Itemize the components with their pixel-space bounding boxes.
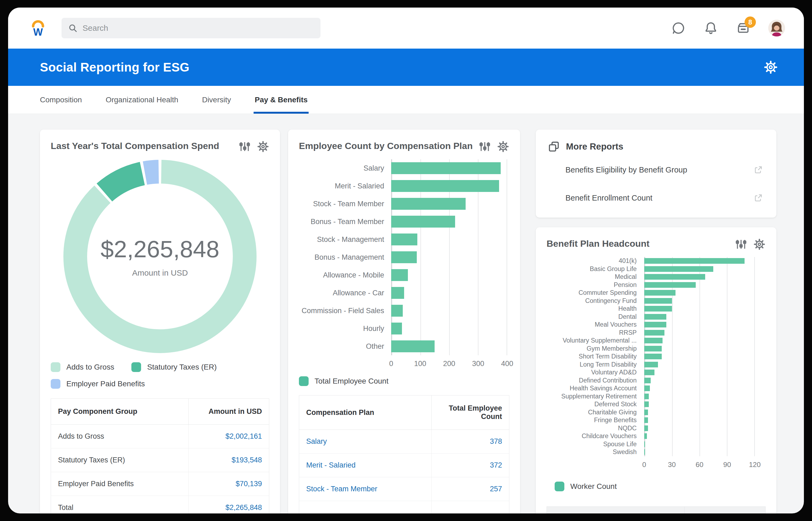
table-cell[interactable]: $2,002,161 — [188, 425, 269, 448]
bar — [391, 162, 501, 174]
page-title: Social Reporting for ESG — [40, 60, 189, 74]
top-bar: W Search — [8, 7, 804, 49]
avatar[interactable] — [768, 20, 785, 37]
bar — [644, 449, 645, 455]
table-cell[interactable]: 378 — [431, 430, 509, 454]
inbox-badge: 8 — [744, 17, 756, 28]
bar-row: Commuter Spending — [547, 289, 766, 297]
category-label: NQDC — [547, 425, 637, 432]
bar-row: Meal Vouchers — [547, 321, 766, 329]
tab-organizational-health[interactable]: Organizational Health — [106, 86, 178, 114]
search-input[interactable]: Search — [62, 18, 320, 38]
benefit-headcount-bar-chart: 401(k)Basic Group LifeMedicalPensionComm… — [547, 257, 766, 469]
legend-item: Employer Paid Benefits — [51, 379, 145, 389]
table-row: Salary378 — [299, 430, 509, 454]
table-cell[interactable]: 372 — [431, 454, 509, 477]
bar-row: Gym Membership — [547, 345, 766, 353]
bar-track — [644, 338, 755, 343]
legend-item: Adds to Gross — [51, 362, 114, 372]
bar-track — [391, 269, 507, 281]
bar-track — [644, 282, 755, 288]
report-link-benefits-eligibility[interactable]: Benefits Eligibility by Benefit Group — [566, 165, 763, 174]
filter-sliders-icon[interactable] — [479, 140, 491, 153]
table-header-cell: Compensation Plan — [299, 395, 432, 430]
category-label: Bonus - Management — [299, 253, 384, 261]
svg-text:W: W — [33, 26, 43, 37]
report-link-label: Benefits Eligibility by Benefit Group — [566, 165, 687, 174]
category-label: Contingency Fund — [547, 297, 637, 304]
bar-row: Voluntary AD&D — [547, 368, 766, 377]
chat-icon[interactable] — [671, 21, 686, 36]
category-label: Charitable Giving — [547, 409, 637, 416]
legend-label: Total Employee Count — [314, 377, 388, 385]
table-row: Stock - Team Member257 — [299, 477, 509, 501]
chart-bars: 401(k)Basic Group LifeMedicalPensionComm… — [547, 257, 766, 456]
data-table — [547, 506, 766, 514]
table-cell[interactable]: Stock - Team Member — [299, 477, 432, 501]
legend-item: Total Employee Count — [299, 376, 388, 386]
table-cell[interactable]: 257 — [431, 477, 509, 501]
bar-row: Merit - Salaried — [299, 177, 509, 195]
legend-item: Worker Count — [555, 482, 617, 491]
card-header: Employee Count by Compensation Plan — [299, 140, 509, 153]
table-cell[interactable]: Salary — [299, 430, 432, 454]
chart-legend: Adds to GrossStatutory Taxes (ER)Employe… — [51, 362, 269, 389]
table-cell[interactable]: $2,265,848 — [188, 496, 269, 514]
legend-swatch — [555, 482, 564, 491]
bar-track — [644, 322, 755, 327]
notifications-bell-icon[interactable] — [703, 21, 718, 36]
bar-track — [391, 162, 507, 174]
table-row — [299, 501, 509, 514]
bar — [644, 346, 662, 352]
tab-pay-and-benefits[interactable]: Pay & Benefits — [255, 86, 308, 114]
table-row: Statutory Taxes (ER)$193,548 — [51, 448, 269, 472]
bar-track — [644, 258, 755, 264]
category-label: RRSP — [547, 329, 637, 336]
bar-track — [644, 314, 755, 320]
table-cell[interactable]: Merit - Salaried — [299, 454, 432, 477]
tab-diversity[interactable]: Diversity — [202, 86, 231, 114]
tab-composition[interactable]: Composition — [40, 86, 82, 114]
bar-row: Supplementary Retirement — [547, 392, 766, 401]
filter-sliders-icon[interactable] — [238, 140, 251, 153]
bar — [644, 402, 649, 407]
category-label: Short Term Disability — [547, 353, 637, 360]
category-label: Gym Membership — [547, 345, 637, 352]
card-settings-gear-icon[interactable] — [497, 140, 509, 153]
benefit-headcount-table — [547, 506, 766, 514]
workday-logo-icon[interactable]: W — [29, 19, 47, 37]
bar-row: Commission - Field Sales — [299, 302, 509, 320]
table-cell[interactable]: $70,139 — [188, 472, 269, 496]
card-settings-gear-icon[interactable] — [753, 238, 766, 250]
app-window: W Search — [8, 7, 804, 514]
category-label: Defined Contribution — [547, 377, 637, 384]
bar-row: Hourly — [299, 320, 509, 337]
bar-row: RRSP — [547, 329, 766, 337]
card-title: Benefit Plan Headcount — [547, 238, 650, 249]
table-header-cell: Total Employee Count — [431, 395, 509, 430]
category-label: Dental — [547, 313, 637, 320]
bar-row: Dental — [547, 313, 766, 321]
bar-track — [644, 274, 755, 280]
table-cell[interactable]: $193,548 — [188, 448, 269, 472]
donut-chart-area: $2,265,848 Amount in USD — [51, 160, 269, 353]
axis-tick: 200 — [443, 360, 455, 368]
bar-track — [644, 362, 755, 367]
donut-center-value: $2,265,848 — [101, 235, 219, 263]
page-header: Social Reporting for ESG — [8, 49, 804, 86]
bar-track — [644, 402, 755, 407]
card-settings-gear-icon[interactable] — [257, 140, 269, 153]
bar — [644, 266, 713, 272]
bar-row: Long Term Disability — [547, 361, 766, 369]
bar — [644, 362, 658, 367]
bar — [391, 198, 465, 210]
bar — [391, 340, 435, 352]
page-settings-gear-icon[interactable] — [763, 60, 778, 74]
bar-track — [391, 251, 507, 263]
bar — [391, 287, 404, 299]
inbox-icon[interactable]: 8 — [736, 21, 750, 36]
bar-track — [644, 298, 755, 304]
report-link-benefit-enrollment[interactable]: Benefit Enrollment Count — [566, 193, 763, 202]
filter-sliders-icon[interactable] — [735, 238, 747, 250]
legend-label: Statutory Taxes (ER) — [147, 363, 217, 371]
